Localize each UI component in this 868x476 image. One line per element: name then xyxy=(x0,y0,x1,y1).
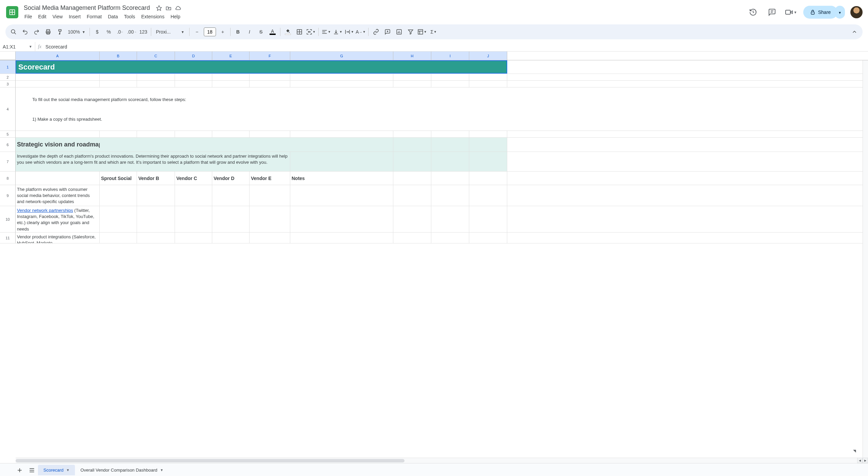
row-header-10[interactable]: 10 xyxy=(0,206,16,233)
insert-chart-icon[interactable] xyxy=(394,26,405,37)
col-header-I[interactable]: I xyxy=(431,52,469,60)
sheets-logo[interactable] xyxy=(5,5,19,19)
col-header-H[interactable]: H xyxy=(393,52,431,60)
cell-A8[interactable] xyxy=(16,172,100,185)
cell-I8[interactable] xyxy=(431,172,469,185)
paint-format-icon[interactable] xyxy=(54,26,65,37)
scroll-right-icon[interactable]: ▶ xyxy=(863,458,868,463)
cell-A11[interactable]: Vendor product integrations (Salesforce,… xyxy=(16,233,100,243)
cell-C6[interactable] xyxy=(137,138,175,152)
cell-B5[interactable] xyxy=(100,131,137,137)
row-header-5[interactable]: 5 xyxy=(0,131,16,138)
history-icon[interactable] xyxy=(746,5,760,19)
tab-dropdown-icon[interactable]: ▼ xyxy=(66,468,70,472)
share-button[interactable]: Share xyxy=(803,6,837,19)
cell-F2[interactable] xyxy=(250,74,290,80)
cell-B11[interactable] xyxy=(100,233,137,243)
cell-H3[interactable] xyxy=(393,81,431,87)
row-header-8[interactable]: 8 xyxy=(0,172,16,185)
select-all-cell[interactable] xyxy=(0,52,16,60)
cell-H10[interactable] xyxy=(393,206,431,232)
col-header-F[interactable]: F xyxy=(250,52,290,60)
decrease-decimal-icon[interactable]: .0← xyxy=(115,26,126,37)
all-sheets-icon[interactable] xyxy=(26,464,38,476)
horizontal-align-icon[interactable]: ▼ xyxy=(321,26,332,37)
cell-H2[interactable] xyxy=(393,74,431,80)
cell-A9[interactable]: The platform evolves with consumer socia… xyxy=(16,185,100,206)
cell-C3[interactable] xyxy=(137,81,175,87)
undo-icon[interactable] xyxy=(20,26,31,37)
col-header-C[interactable]: C xyxy=(137,52,175,60)
format-123-button[interactable]: 123 xyxy=(138,26,149,37)
cell-I6[interactable] xyxy=(431,138,469,152)
row-header-9[interactable]: 9 xyxy=(0,185,16,206)
vertical-scrollbar[interactable] xyxy=(863,60,868,458)
avatar[interactable] xyxy=(850,6,863,18)
cell-A6[interactable]: Strategic vision and roadmap xyxy=(16,138,100,152)
cell-D11[interactable] xyxy=(175,233,212,243)
cell-E6[interactable] xyxy=(212,138,250,152)
percent-button[interactable]: % xyxy=(103,26,114,37)
cell-A4[interactable]: To fill out the social media management … xyxy=(16,87,507,131)
cell-D10[interactable] xyxy=(175,206,212,232)
cell-D6[interactable] xyxy=(175,138,212,152)
cell-J3[interactable] xyxy=(469,81,507,87)
cell-D9[interactable] xyxy=(175,185,212,206)
cell-A2[interactable] xyxy=(16,74,100,80)
borders-icon[interactable] xyxy=(294,26,305,37)
cell-B2[interactable] xyxy=(100,74,137,80)
cell-A3[interactable] xyxy=(16,81,100,87)
cell-G2[interactable] xyxy=(290,74,393,80)
cell-E11[interactable] xyxy=(212,233,250,243)
menu-format[interactable]: Format xyxy=(84,13,104,21)
collapse-toolbar-icon[interactable] xyxy=(849,26,860,37)
cell-B3[interactable] xyxy=(100,81,137,87)
filter-icon[interactable] xyxy=(405,26,416,37)
cell-G3[interactable] xyxy=(290,81,393,87)
text-rotation-icon[interactable]: A→▼ xyxy=(355,26,366,37)
cell-A7[interactable]: Investigate the depth of each platform's… xyxy=(16,152,290,171)
cell-J11[interactable] xyxy=(469,233,507,243)
cell-J5[interactable] xyxy=(469,131,507,137)
row-header-3[interactable]: 3 xyxy=(0,81,16,87)
menu-tools[interactable]: Tools xyxy=(121,13,138,21)
cell-B10[interactable] xyxy=(100,206,137,232)
cell-G10[interactable] xyxy=(290,206,393,232)
text-wrap-icon[interactable]: ▼ xyxy=(344,26,355,37)
cell-G8[interactable]: Notes xyxy=(290,172,393,185)
cell-E10[interactable] xyxy=(212,206,250,232)
cell-G11[interactable] xyxy=(290,233,393,243)
cell-D8[interactable]: Vendor C xyxy=(175,172,212,185)
filter-views-icon[interactable]: ▼ xyxy=(417,26,428,37)
cell-D2[interactable] xyxy=(175,74,212,80)
font-select[interactable]: Proxi...▼ xyxy=(153,29,187,35)
cell-E5[interactable] xyxy=(212,131,250,137)
increase-decimal-icon[interactable]: .00→ xyxy=(126,26,137,37)
row-header-1[interactable]: 1 xyxy=(0,60,16,74)
menu-view[interactable]: View xyxy=(50,13,65,21)
bold-icon[interactable]: B xyxy=(233,26,243,37)
cell-F10[interactable] xyxy=(250,206,290,232)
cell-J10[interactable] xyxy=(469,206,507,232)
cell-F8[interactable]: Vendor E xyxy=(250,172,290,185)
currency-button[interactable]: $ xyxy=(92,26,103,37)
vertical-align-icon[interactable]: ▼ xyxy=(332,26,343,37)
cell-I9[interactable] xyxy=(431,185,469,206)
cell-E2[interactable] xyxy=(212,74,250,80)
cell-J9[interactable] xyxy=(469,185,507,206)
decrease-font-icon[interactable]: − xyxy=(192,26,202,37)
menu-file[interactable]: File xyxy=(22,13,35,21)
cell-G7[interactable] xyxy=(290,152,393,171)
tab-dropdown-icon[interactable]: ▼ xyxy=(160,468,163,472)
col-header-B[interactable]: B xyxy=(100,52,137,60)
cell-J2[interactable] xyxy=(469,74,507,80)
cell-C11[interactable] xyxy=(137,233,175,243)
cell-G9[interactable] xyxy=(290,185,393,206)
cell-I2[interactable] xyxy=(431,74,469,80)
print-icon[interactable] xyxy=(43,26,54,37)
cloud-icon[interactable] xyxy=(175,5,181,11)
cell-A1[interactable]: Scorecard xyxy=(16,60,507,74)
meet-icon[interactable]: ▼ xyxy=(784,5,798,19)
cell-B6[interactable] xyxy=(100,138,137,152)
cell-I3[interactable] xyxy=(431,81,469,87)
